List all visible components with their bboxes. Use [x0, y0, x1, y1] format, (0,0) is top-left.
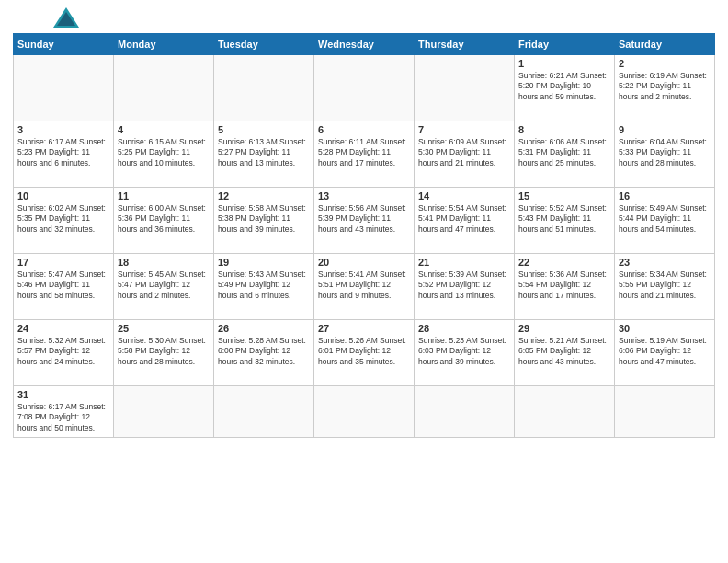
day-number: 1 [518, 58, 610, 69]
day-cell: 16Sunrise: 5:49 AM Sunset: 5:44 PM Dayli… [615, 188, 715, 254]
day-cell: 26Sunrise: 5:28 AM Sunset: 6:00 PM Dayli… [214, 320, 314, 386]
day-cell: 12Sunrise: 5:58 AM Sunset: 5:38 PM Dayli… [214, 188, 314, 254]
day-number: 22 [518, 257, 610, 268]
day-info: Sunrise: 6:04 AM Sunset: 5:33 PM Dayligh… [619, 137, 711, 168]
day-number: 27 [318, 323, 410, 334]
calendar-page: SundayMondayTuesdayWednesdayThursdayFrid… [0, 0, 728, 447]
day-cell [314, 386, 415, 438]
day-cell [214, 386, 314, 438]
week-row-4: 24Sunrise: 5:32 AM Sunset: 5:57 PM Dayli… [14, 320, 715, 386]
day-cell: 9Sunrise: 6:04 AM Sunset: 5:33 PM Daylig… [615, 121, 715, 188]
weekday-header-friday: Friday [515, 34, 615, 55]
day-number: 20 [318, 257, 410, 268]
day-info: Sunrise: 5:45 AM Sunset: 5:47 PM Dayligh… [118, 270, 210, 301]
day-number: 30 [619, 323, 711, 334]
day-number: 13 [318, 190, 410, 201]
day-cell: 20Sunrise: 5:41 AM Sunset: 5:51 PM Dayli… [314, 254, 415, 320]
week-row-1: 3Sunrise: 6:17 AM Sunset: 5:23 PM Daylig… [14, 121, 715, 188]
weekday-header-sunday: Sunday [14, 34, 114, 55]
day-cell: 5Sunrise: 6:13 AM Sunset: 5:27 PM Daylig… [214, 121, 314, 188]
day-cell: 10Sunrise: 6:02 AM Sunset: 5:35 PM Dayli… [14, 188, 114, 254]
day-info: Sunrise: 6:13 AM Sunset: 5:27 PM Dayligh… [218, 137, 310, 168]
day-cell: 3Sunrise: 6:17 AM Sunset: 5:23 PM Daylig… [14, 121, 114, 188]
day-info: Sunrise: 6:02 AM Sunset: 5:35 PM Dayligh… [17, 203, 109, 235]
day-number: 5 [218, 124, 310, 135]
day-cell: 28Sunrise: 5:23 AM Sunset: 6:03 PM Dayli… [415, 320, 515, 386]
weekday-header-wednesday: Wednesday [314, 34, 415, 55]
week-row-5: 31Sunrise: 6:17 AM Sunset: 7:08 PM Dayli… [14, 386, 715, 438]
day-number: 3 [17, 124, 109, 135]
day-number: 24 [17, 323, 109, 334]
day-info: Sunrise: 5:49 AM Sunset: 5:44 PM Dayligh… [619, 203, 711, 235]
weekday-header-thursday: Thursday [415, 34, 515, 55]
day-number: 25 [118, 323, 210, 334]
day-info: Sunrise: 5:47 AM Sunset: 5:46 PM Dayligh… [17, 270, 109, 301]
day-cell: 7Sunrise: 6:09 AM Sunset: 5:30 PM Daylig… [415, 121, 515, 188]
week-row-0: 1Sunrise: 6:21 AM Sunset: 5:20 PM Daylig… [14, 55, 715, 121]
day-number: 6 [318, 124, 410, 135]
logo-icon [53, 7, 79, 28]
day-cell: 25Sunrise: 5:30 AM Sunset: 5:58 PM Dayli… [114, 320, 214, 386]
day-info: Sunrise: 6:00 AM Sunset: 5:36 PM Dayligh… [118, 203, 210, 235]
weekday-header-tuesday: Tuesday [214, 34, 314, 55]
day-cell: 8Sunrise: 6:06 AM Sunset: 5:31 PM Daylig… [515, 121, 615, 188]
day-info: Sunrise: 6:17 AM Sunset: 7:08 PM Dayligh… [17, 402, 109, 433]
day-info: Sunrise: 6:17 AM Sunset: 5:23 PM Dayligh… [17, 137, 109, 168]
day-cell: 29Sunrise: 5:21 AM Sunset: 6:05 PM Dayli… [515, 320, 615, 386]
day-cell: 30Sunrise: 5:19 AM Sunset: 6:06 PM Dayli… [615, 320, 715, 386]
day-info: Sunrise: 5:54 AM Sunset: 5:41 PM Dayligh… [418, 203, 510, 235]
day-info: Sunrise: 5:19 AM Sunset: 6:06 PM Dayligh… [619, 336, 711, 367]
calendar-table: SundayMondayTuesdayWednesdayThursdayFrid… [13, 33, 715, 438]
day-cell: 13Sunrise: 5:56 AM Sunset: 5:39 PM Dayli… [314, 188, 415, 254]
day-number: 21 [418, 257, 510, 268]
day-number: 8 [518, 124, 610, 135]
day-number: 10 [17, 190, 109, 201]
logo-area [13, 9, 79, 28]
weekday-header-row: SundayMondayTuesdayWednesdayThursdayFrid… [14, 34, 715, 55]
day-number: 23 [619, 257, 711, 268]
day-cell [415, 386, 515, 438]
day-number: 12 [218, 190, 310, 201]
day-info: Sunrise: 6:11 AM Sunset: 5:28 PM Dayligh… [318, 137, 410, 168]
day-cell [214, 55, 314, 121]
day-info: Sunrise: 5:52 AM Sunset: 5:43 PM Dayligh… [518, 203, 610, 235]
day-info: Sunrise: 5:23 AM Sunset: 6:03 PM Dayligh… [418, 336, 510, 367]
day-cell: 27Sunrise: 5:26 AM Sunset: 6:01 PM Dayli… [314, 320, 415, 386]
day-cell: 21Sunrise: 5:39 AM Sunset: 5:52 PM Dayli… [415, 254, 515, 320]
day-info: Sunrise: 6:15 AM Sunset: 5:25 PM Dayligh… [118, 137, 210, 168]
day-number: 17 [17, 257, 109, 268]
day-number: 29 [518, 323, 610, 334]
day-cell: 2Sunrise: 6:19 AM Sunset: 5:22 PM Daylig… [615, 55, 715, 121]
header-area [13, 9, 715, 28]
day-number: 15 [518, 190, 610, 201]
day-number: 19 [218, 257, 310, 268]
day-info: Sunrise: 5:39 AM Sunset: 5:52 PM Dayligh… [418, 270, 510, 301]
day-info: Sunrise: 5:26 AM Sunset: 6:01 PM Dayligh… [318, 336, 410, 367]
day-number: 28 [418, 323, 510, 334]
day-cell: 19Sunrise: 5:43 AM Sunset: 5:49 PM Dayli… [214, 254, 314, 320]
day-cell [14, 55, 114, 121]
day-info: Sunrise: 6:21 AM Sunset: 5:20 PM Dayligh… [518, 71, 610, 102]
day-number: 11 [118, 190, 210, 201]
day-cell: 1Sunrise: 6:21 AM Sunset: 5:20 PM Daylig… [515, 55, 615, 121]
day-cell [515, 386, 615, 438]
day-info: Sunrise: 5:43 AM Sunset: 5:49 PM Dayligh… [218, 270, 310, 301]
day-cell: 24Sunrise: 5:32 AM Sunset: 5:57 PM Dayli… [14, 320, 114, 386]
day-cell [415, 55, 515, 121]
day-cell: 6Sunrise: 6:11 AM Sunset: 5:28 PM Daylig… [314, 121, 415, 188]
day-info: Sunrise: 5:34 AM Sunset: 5:55 PM Dayligh… [619, 270, 711, 301]
day-cell: 15Sunrise: 5:52 AM Sunset: 5:43 PM Dayli… [515, 188, 615, 254]
day-number: 31 [17, 389, 109, 400]
day-info: Sunrise: 6:09 AM Sunset: 5:30 PM Dayligh… [418, 137, 510, 168]
day-number: 14 [418, 190, 510, 201]
week-row-2: 10Sunrise: 6:02 AM Sunset: 5:35 PM Dayli… [14, 188, 715, 254]
day-cell: 4Sunrise: 6:15 AM Sunset: 5:25 PM Daylig… [114, 121, 214, 188]
day-cell: 31Sunrise: 6:17 AM Sunset: 7:08 PM Dayli… [14, 386, 114, 438]
day-info: Sunrise: 5:36 AM Sunset: 5:54 PM Dayligh… [518, 270, 610, 301]
day-info: Sunrise: 5:21 AM Sunset: 6:05 PM Dayligh… [518, 336, 610, 367]
day-info: Sunrise: 5:32 AM Sunset: 5:57 PM Dayligh… [17, 336, 109, 367]
day-cell [114, 386, 214, 438]
day-number: 2 [619, 58, 711, 69]
day-info: Sunrise: 5:30 AM Sunset: 5:58 PM Dayligh… [118, 336, 210, 367]
day-cell [615, 386, 715, 438]
